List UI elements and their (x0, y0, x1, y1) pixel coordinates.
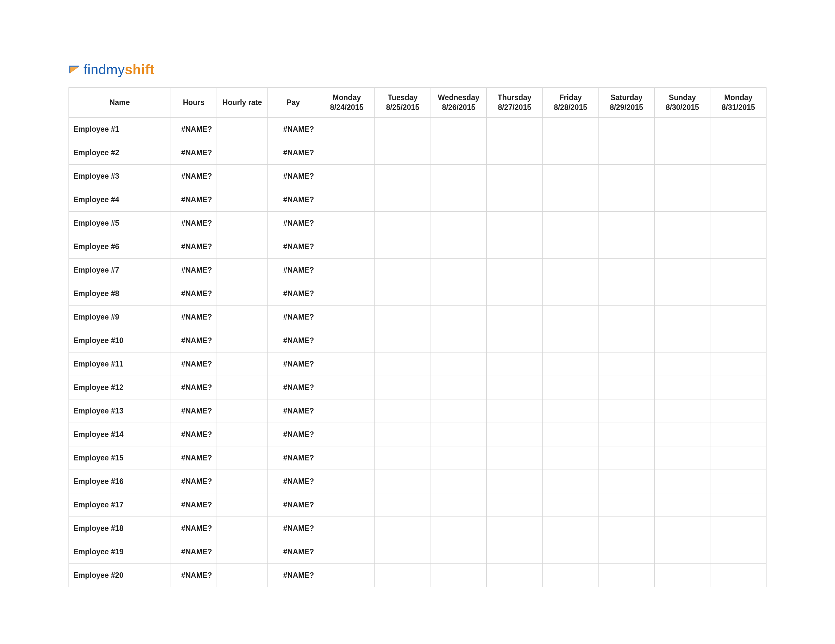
cell-day (654, 470, 710, 493)
logo-text: findmyshift (83, 62, 154, 78)
cell-day (319, 165, 375, 188)
cell-day (319, 212, 375, 235)
cell-day (430, 399, 487, 423)
cell-name: Employee #20 (69, 564, 171, 587)
header-day: Wednesday8/26/2015 (430, 88, 487, 118)
cell-day (375, 446, 431, 470)
cell-hours: #NAME? (171, 352, 216, 376)
cell-hours: #NAME? (171, 423, 216, 446)
cell-day (710, 141, 767, 165)
cell-day (319, 352, 375, 376)
cell-day (487, 376, 543, 399)
cell-day (375, 165, 431, 188)
cell-day (487, 517, 543, 540)
cell-day (654, 259, 710, 282)
cell-day (319, 493, 375, 517)
cell-pay: #NAME? (268, 259, 319, 282)
cell-day (487, 165, 543, 188)
cell-day (543, 235, 598, 259)
cell-rate (217, 259, 268, 282)
cell-day (375, 118, 431, 141)
cell-day (598, 188, 655, 212)
header-day-date: 8/29/2015 (603, 103, 650, 112)
cell-pay: #NAME? (268, 446, 319, 470)
cell-day (654, 376, 710, 399)
cell-day (598, 259, 655, 282)
logo-text-part1: findmy (83, 62, 125, 77)
cell-pay: #NAME? (268, 329, 319, 352)
header-day: Thursday8/27/2015 (487, 88, 543, 118)
cell-day (543, 305, 598, 329)
table-head: Name Hours Hourly rate Pay Monday8/24/20… (69, 88, 767, 118)
cell-day (543, 517, 598, 540)
cell-day (710, 540, 767, 564)
cell-day (319, 235, 375, 259)
cell-day (375, 141, 431, 165)
cell-rate (217, 517, 268, 540)
cell-day (375, 564, 431, 587)
cell-rate (217, 235, 268, 259)
header-day-date: 8/24/2015 (323, 103, 370, 112)
cell-day (543, 118, 598, 141)
table-body: Employee #1#NAME?#NAME?Employee #2#NAME?… (69, 118, 767, 587)
cell-day (319, 259, 375, 282)
cell-day (319, 118, 375, 141)
cell-day (710, 352, 767, 376)
cell-hours: #NAME? (171, 446, 216, 470)
page: findmyshift Name Hours Hourly rate Pay M… (0, 0, 835, 644)
cell-day (543, 446, 598, 470)
table-row: Employee #1#NAME?#NAME? (69, 118, 767, 141)
cell-name: Employee #2 (69, 141, 171, 165)
cell-day (487, 329, 543, 352)
cell-name: Employee #10 (69, 329, 171, 352)
cell-day (375, 470, 431, 493)
table-row: Employee #9#NAME?#NAME? (69, 305, 767, 329)
cell-day (710, 564, 767, 587)
table-row: Employee #19#NAME?#NAME? (69, 540, 767, 564)
cell-name: Employee #15 (69, 446, 171, 470)
cell-day (319, 305, 375, 329)
cell-day (430, 352, 487, 376)
cell-rate (217, 493, 268, 517)
cell-day (710, 259, 767, 282)
cell-day (654, 329, 710, 352)
cell-day (710, 212, 767, 235)
cell-day (430, 423, 487, 446)
cell-name: Employee #13 (69, 399, 171, 423)
cell-day (710, 493, 767, 517)
cell-day (710, 118, 767, 141)
header-day: Saturday8/29/2015 (598, 88, 655, 118)
cell-day (654, 423, 710, 446)
cell-name: Employee #3 (69, 165, 171, 188)
cell-day (543, 540, 598, 564)
header-day: Tuesday8/25/2015 (375, 88, 431, 118)
cell-day (375, 282, 431, 305)
cell-pay: #NAME? (268, 118, 319, 141)
header-day-name: Saturday (603, 93, 650, 103)
cell-day (375, 259, 431, 282)
cell-day (430, 235, 487, 259)
cell-day (543, 141, 598, 165)
cell-day (710, 399, 767, 423)
cell-pay: #NAME? (268, 141, 319, 165)
cell-day (710, 470, 767, 493)
cell-day (487, 141, 543, 165)
cell-day (430, 564, 487, 587)
cell-day (319, 423, 375, 446)
header-day: Friday8/28/2015 (543, 88, 598, 118)
cell-day (598, 540, 655, 564)
cell-day (430, 470, 487, 493)
cell-day (598, 141, 655, 165)
cell-day (654, 165, 710, 188)
cell-day (654, 446, 710, 470)
cell-day (598, 564, 655, 587)
cell-rate (217, 446, 268, 470)
header-day-date: 8/25/2015 (379, 103, 426, 112)
header-day-name: Thursday (491, 93, 538, 103)
header-day: Sunday8/30/2015 (654, 88, 710, 118)
cell-pay: #NAME? (268, 423, 319, 446)
cell-day (487, 235, 543, 259)
cell-hours: #NAME? (171, 329, 216, 352)
table-row: Employee #4#NAME?#NAME? (69, 188, 767, 212)
cell-hours: #NAME? (171, 118, 216, 141)
